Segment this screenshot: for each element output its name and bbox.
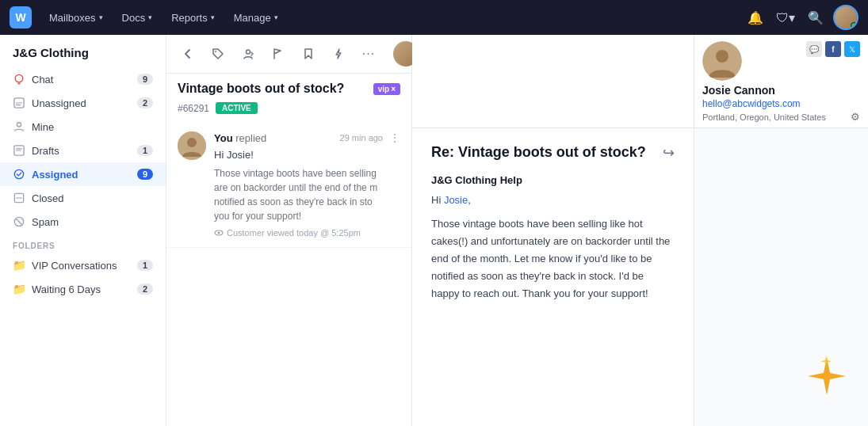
waiting-folder-label: Waiting 6 Days: [32, 283, 131, 295]
nav-manage[interactable]: Manage ▾: [226, 7, 286, 29]
lightning-button[interactable]: [327, 42, 350, 66]
message-meta: You replied 29 min ago ⋮: [214, 131, 400, 144]
nav-reports[interactable]: Reports ▾: [163, 7, 223, 29]
customer-name-row: Josie Cannon hello@abcwidgets.com Portla…: [694, 81, 868, 124]
svg-point-9: [247, 50, 250, 54]
svg-line-7: [17, 219, 21, 224]
message-avatar: [178, 131, 206, 160]
reports-caret: ▾: [211, 13, 215, 21]
chat-social-icon[interactable]: 💬: [806, 41, 822, 57]
customer-location: Portland, Oregon, United States: [702, 112, 826, 122]
sidebar-mine-label: Mine: [32, 121, 153, 133]
mine-icon: [13, 120, 25, 133]
flag-button[interactable]: [266, 42, 290, 66]
customer-social-icons: 💬 f 𝕏: [750, 41, 860, 57]
customer-name: Josie Cannon: [702, 84, 860, 97]
reply-icon-button[interactable]: ↩: [663, 144, 675, 162]
sidebar-chat-label: Chat: [32, 74, 131, 86]
user-avatar[interactable]: [833, 5, 858, 30]
message-greeting: Hi Josie!: [214, 147, 400, 163]
unassigned-icon: [13, 97, 25, 109]
email-header-row: Re: Vintage boots out of stock? ↩: [431, 144, 675, 162]
search-icon[interactable]: 🔍: [803, 5, 828, 30]
assign-button[interactable]: [236, 42, 260, 66]
vip-folder-icon: 📁: [13, 259, 25, 272]
assigned-icon: [13, 168, 25, 181]
conversation-subject: Vintage boots out of stock? vip ×: [166, 74, 411, 101]
more-button[interactable]: ···: [357, 42, 380, 66]
conversation-panel: ··· ▲ ▼ Vintage boots out of stock? vip …: [166, 35, 412, 426]
right-panel: 💬 f 𝕏 Josie Cannon hello@abcwidgets.com …: [412, 35, 868, 426]
message-preview: Hi Josie! Those vintage boots have been …: [214, 147, 400, 223]
subject-title: Vintage boots out of stock?: [178, 82, 367, 96]
message-avatar-image: [178, 131, 206, 160]
svg-point-11: [187, 138, 197, 147]
email-from: J&G Clothing Help: [431, 174, 675, 186]
customer-info-bar: 💬 f 𝕏 Josie Cannon hello@abcwidgets.com …: [412, 35, 868, 128]
svg-point-15: [716, 50, 728, 63]
message-body-text: Those vintage boots have been selling ar…: [214, 166, 400, 223]
email-greeting-name: Josie: [444, 194, 468, 206]
vip-remove-button[interactable]: ×: [391, 85, 396, 93]
svg-point-4: [14, 169, 23, 178]
sidebar-item-unassigned[interactable]: Unassigned 2: [0, 91, 166, 115]
message-time: 29 min ago: [340, 133, 383, 143]
vip-folder-label: VIP Conversations: [32, 260, 131, 272]
email-body: Re: Vintage boots out of stock? ↩ J&G Cl…: [412, 128, 694, 426]
drafts-icon: [13, 144, 25, 157]
top-navigation: W Mailboxes ▾ Docs ▾ Reports ▾ Manage ▾ …: [0, 0, 868, 35]
chat-icon: [13, 73, 25, 86]
main-layout: J&G Clothing Chat 9 Unassigned 2: [0, 35, 868, 426]
conversation-toolbar: ··· ▲ ▼: [166, 35, 411, 74]
sidebar-item-assigned[interactable]: Assigned 9: [0, 162, 166, 186]
twitter-icon[interactable]: 𝕏: [844, 41, 860, 57]
waiting-folder-badge: 2: [137, 283, 153, 295]
eye-icon: [214, 228, 224, 238]
shield-icon[interactable]: 🛡▾: [773, 5, 798, 30]
customer-avatar: [702, 41, 742, 81]
bell-icon[interactable]: 🔔: [743, 5, 768, 30]
settings-icon[interactable]: ⚙: [851, 111, 860, 123]
sidebar-unassigned-label: Unassigned: [32, 97, 131, 109]
sidebar-closed-label: Closed: [32, 192, 153, 204]
active-status-badge: ACTIVE: [216, 102, 258, 114]
sidebar-item-mine[interactable]: Mine: [0, 115, 166, 139]
email-subject: Re: Vintage boots out of stock?: [431, 144, 646, 161]
customer-panel: 💬 f 𝕏 Josie Cannon hello@abcwidgets.com …: [694, 35, 868, 127]
email-area: Re: Vintage boots out of stock? ↩ J&G Cl…: [412, 128, 868, 426]
closed-icon: [13, 192, 25, 204]
tag-button[interactable]: [206, 42, 230, 66]
sidebar-item-vip[interactable]: 📁 VIP Conversations 1: [0, 253, 166, 277]
sidebar-title: J&G Clothing: [0, 35, 166, 67]
sidebar-unassigned-badge: 2: [137, 97, 153, 108]
message-options-button[interactable]: ⋮: [389, 131, 400, 144]
customer-email[interactable]: hello@abcwidgets.com: [702, 98, 860, 109]
svg-point-8: [215, 51, 216, 52]
sidebar-item-drafts[interactable]: Drafts 1: [0, 139, 166, 162]
mailboxes-caret: ▾: [99, 13, 103, 21]
sidebar-item-waiting[interactable]: 📁 Waiting 6 Days 2: [0, 277, 166, 301]
message-action: replied: [235, 132, 266, 144]
svg-point-0: [15, 74, 23, 82]
bookmark-button[interactable]: [296, 42, 320, 66]
customer-detail-panel: [694, 128, 868, 426]
sidebar-item-closed[interactable]: Closed: [0, 186, 166, 210]
sidebar-spam-label: Spam: [32, 216, 153, 228]
svg-point-2: [17, 123, 21, 127]
back-button[interactable]: [176, 42, 200, 66]
facebook-icon[interactable]: f: [825, 41, 841, 57]
nav-icons: 🔔 🛡▾ 🔍: [743, 5, 858, 30]
customer-header-row: 💬 f 𝕏: [694, 41, 868, 81]
spam-icon: [13, 215, 25, 228]
sidebar-item-spam[interactable]: Spam: [0, 210, 166, 234]
vip-folder-badge: 1: [137, 260, 153, 271]
sidebar-assigned-badge: 9: [137, 169, 153, 180]
conversation-id-row: #66291 ACTIVE: [166, 101, 411, 122]
email-paragraph: Those vintage boots have been selling li…: [431, 215, 675, 302]
sidebar-item-chat[interactable]: Chat 9: [0, 67, 166, 91]
manage-caret: ▾: [274, 13, 278, 21]
nav-docs[interactable]: Docs ▾: [114, 7, 161, 29]
svg-point-13: [218, 231, 220, 234]
email-greeting: Hi Josie,: [431, 194, 675, 206]
nav-mailboxes[interactable]: Mailboxes ▾: [41, 7, 111, 29]
